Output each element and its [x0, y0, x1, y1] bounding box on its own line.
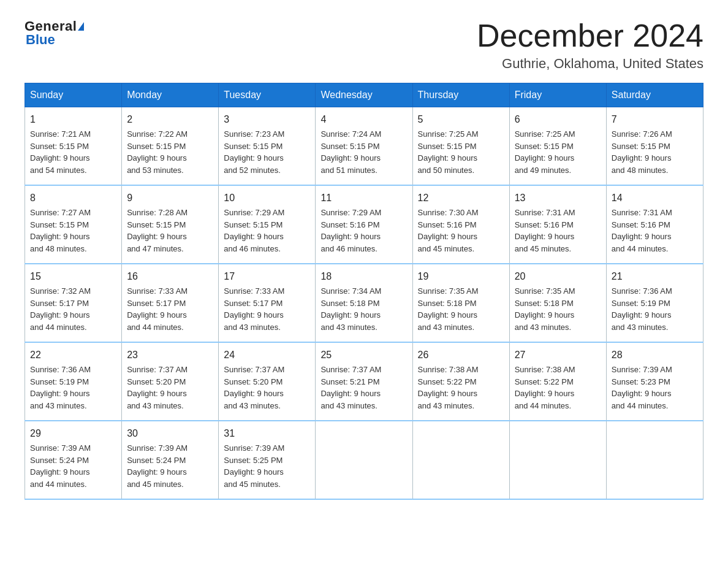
calendar-cell: 10Sunrise: 7:29 AMSunset: 5:15 PMDayligh…	[219, 185, 316, 264]
day-number: 24	[224, 348, 310, 362]
day-info: Sunrise: 7:25 AMSunset: 5:15 PMDaylight:…	[515, 129, 575, 175]
day-info: Sunrise: 7:23 AMSunset: 5:15 PMDaylight:…	[224, 129, 284, 175]
day-number: 26	[418, 348, 504, 362]
logo: General Blue	[25, 18, 84, 48]
day-info: Sunrise: 7:38 AMSunset: 5:22 PMDaylight:…	[515, 365, 575, 410]
day-number: 14	[612, 191, 698, 205]
day-info: Sunrise: 7:36 AMSunset: 5:19 PMDaylight:…	[612, 286, 672, 332]
calendar-week-4: 22Sunrise: 7:36 AMSunset: 5:19 PMDayligh…	[25, 342, 703, 421]
header-row: SundayMondayTuesdayWednesdayThursdayFrid…	[25, 83, 703, 107]
day-number: 1	[30, 112, 116, 127]
day-number: 8	[30, 191, 116, 205]
day-number: 21	[612, 269, 698, 284]
day-info: Sunrise: 7:25 AMSunset: 5:15 PMDaylight:…	[418, 129, 479, 175]
calendar-cell: 7Sunrise: 7:26 AMSunset: 5:15 PMDaylight…	[606, 107, 703, 186]
calendar-cell: 29Sunrise: 7:39 AMSunset: 5:24 PMDayligh…	[25, 421, 122, 499]
calendar-cell: 1Sunrise: 7:21 AMSunset: 5:15 PMDaylight…	[25, 107, 122, 186]
day-number: 5	[418, 112, 504, 127]
calendar-cell: 22Sunrise: 7:36 AMSunset: 5:19 PMDayligh…	[25, 342, 122, 421]
day-number: 17	[224, 269, 310, 284]
day-number: 12	[418, 191, 504, 205]
day-info: Sunrise: 7:37 AMSunset: 5:20 PMDaylight:…	[224, 365, 284, 410]
day-info: Sunrise: 7:37 AMSunset: 5:21 PMDaylight:…	[320, 365, 381, 410]
calendar-cell: 4Sunrise: 7:24 AMSunset: 5:15 PMDaylight…	[316, 107, 412, 186]
day-number: 28	[612, 348, 698, 362]
day-number: 7	[612, 112, 698, 127]
calendar-cell	[509, 421, 606, 499]
calendar-week-3: 15Sunrise: 7:32 AMSunset: 5:17 PMDayligh…	[25, 264, 703, 342]
day-number: 27	[515, 348, 601, 362]
calendar-body: 1Sunrise: 7:21 AMSunset: 5:15 PMDaylight…	[25, 107, 703, 500]
calendar-cell: 9Sunrise: 7:28 AMSunset: 5:15 PMDaylight…	[122, 185, 219, 264]
day-number: 29	[30, 426, 116, 441]
day-info: Sunrise: 7:35 AMSunset: 5:18 PMDaylight:…	[515, 286, 575, 332]
calendar-cell: 2Sunrise: 7:22 AMSunset: 5:15 PMDaylight…	[122, 107, 219, 186]
day-info: Sunrise: 7:32 AMSunset: 5:17 PMDaylight:…	[30, 286, 91, 332]
calendar-cell: 15Sunrise: 7:32 AMSunset: 5:17 PMDayligh…	[25, 264, 122, 342]
day-number: 19	[418, 269, 504, 284]
month-title: December 2024	[477, 18, 703, 53]
calendar-week-1: 1Sunrise: 7:21 AMSunset: 5:15 PMDaylight…	[25, 107, 703, 186]
day-info: Sunrise: 7:39 AMSunset: 5:25 PMDaylight:…	[224, 443, 284, 489]
day-number: 25	[320, 348, 407, 362]
day-info: Sunrise: 7:38 AMSunset: 5:22 PMDaylight:…	[418, 365, 479, 410]
day-number: 20	[515, 269, 601, 284]
day-number: 6	[515, 112, 601, 127]
calendar-cell: 12Sunrise: 7:30 AMSunset: 5:16 PMDayligh…	[412, 185, 509, 264]
calendar-cell: 3Sunrise: 7:23 AMSunset: 5:15 PMDaylight…	[219, 107, 316, 186]
calendar-week-5: 29Sunrise: 7:39 AMSunset: 5:24 PMDayligh…	[25, 421, 703, 499]
calendar-cell: 19Sunrise: 7:35 AMSunset: 5:18 PMDayligh…	[412, 264, 509, 342]
calendar-cell: 11Sunrise: 7:29 AMSunset: 5:16 PMDayligh…	[316, 185, 412, 264]
day-number: 13	[515, 191, 601, 205]
day-info: Sunrise: 7:39 AMSunset: 5:24 PMDaylight:…	[30, 443, 91, 489]
header-cell-wednesday: Wednesday	[316, 83, 412, 107]
calendar-cell: 14Sunrise: 7:31 AMSunset: 5:16 PMDayligh…	[606, 185, 703, 264]
day-number: 15	[30, 269, 116, 284]
day-number: 31	[224, 426, 310, 441]
day-number: 3	[224, 112, 310, 127]
calendar-cell: 25Sunrise: 7:37 AMSunset: 5:21 PMDayligh…	[316, 342, 412, 421]
day-info: Sunrise: 7:29 AMSunset: 5:16 PMDaylight:…	[320, 208, 381, 253]
day-number: 2	[127, 112, 213, 127]
day-info: Sunrise: 7:28 AMSunset: 5:15 PMDaylight:…	[127, 208, 188, 253]
calendar-table: SundayMondayTuesdayWednesdayThursdayFrid…	[25, 83, 703, 500]
title-section: December 2024 Guthrie, Oklahoma, United …	[477, 18, 703, 72]
day-number: 4	[320, 112, 407, 127]
day-info: Sunrise: 7:34 AMSunset: 5:18 PMDaylight:…	[320, 286, 381, 332]
day-number: 22	[30, 348, 116, 362]
header-cell-sunday: Sunday	[25, 83, 122, 107]
day-info: Sunrise: 7:39 AMSunset: 5:24 PMDaylight:…	[127, 443, 188, 489]
day-info: Sunrise: 7:33 AMSunset: 5:17 PMDaylight:…	[224, 286, 284, 332]
calendar-cell: 13Sunrise: 7:31 AMSunset: 5:16 PMDayligh…	[509, 185, 606, 264]
calendar-cell	[316, 421, 412, 499]
location-title: Guthrie, Oklahoma, United States	[477, 56, 703, 72]
calendar-cell: 21Sunrise: 7:36 AMSunset: 5:19 PMDayligh…	[606, 264, 703, 342]
day-info: Sunrise: 7:24 AMSunset: 5:15 PMDaylight:…	[320, 129, 381, 175]
day-info: Sunrise: 7:29 AMSunset: 5:15 PMDaylight:…	[224, 208, 284, 253]
calendar-header: SundayMondayTuesdayWednesdayThursdayFrid…	[25, 83, 703, 107]
day-number: 16	[127, 269, 213, 284]
logo-triangle-icon	[78, 22, 84, 31]
day-info: Sunrise: 7:26 AMSunset: 5:15 PMDaylight:…	[612, 129, 672, 175]
calendar-cell	[412, 421, 509, 499]
logo-blue-text: Blue	[25, 32, 55, 48]
day-number: 23	[127, 348, 213, 362]
calendar-cell: 16Sunrise: 7:33 AMSunset: 5:17 PMDayligh…	[122, 264, 219, 342]
day-info: Sunrise: 7:31 AMSunset: 5:16 PMDaylight:…	[612, 208, 672, 253]
calendar-cell	[606, 421, 703, 499]
day-info: Sunrise: 7:21 AMSunset: 5:15 PMDaylight:…	[30, 129, 91, 175]
day-info: Sunrise: 7:39 AMSunset: 5:23 PMDaylight:…	[612, 365, 672, 410]
day-info: Sunrise: 7:37 AMSunset: 5:20 PMDaylight:…	[127, 365, 188, 410]
calendar-cell: 26Sunrise: 7:38 AMSunset: 5:22 PMDayligh…	[412, 342, 509, 421]
calendar-cell: 5Sunrise: 7:25 AMSunset: 5:15 PMDaylight…	[412, 107, 509, 186]
day-info: Sunrise: 7:30 AMSunset: 5:16 PMDaylight:…	[418, 208, 479, 253]
header-cell-saturday: Saturday	[606, 83, 703, 107]
calendar-cell: 18Sunrise: 7:34 AMSunset: 5:18 PMDayligh…	[316, 264, 412, 342]
header-cell-tuesday: Tuesday	[219, 83, 316, 107]
calendar-cell: 8Sunrise: 7:27 AMSunset: 5:15 PMDaylight…	[25, 185, 122, 264]
header-cell-thursday: Thursday	[412, 83, 509, 107]
page-header: General Blue December 2024 Guthrie, Okla…	[25, 18, 703, 72]
day-info: Sunrise: 7:33 AMSunset: 5:17 PMDaylight:…	[127, 286, 188, 332]
header-cell-friday: Friday	[509, 83, 606, 107]
calendar-cell: 6Sunrise: 7:25 AMSunset: 5:15 PMDaylight…	[509, 107, 606, 186]
